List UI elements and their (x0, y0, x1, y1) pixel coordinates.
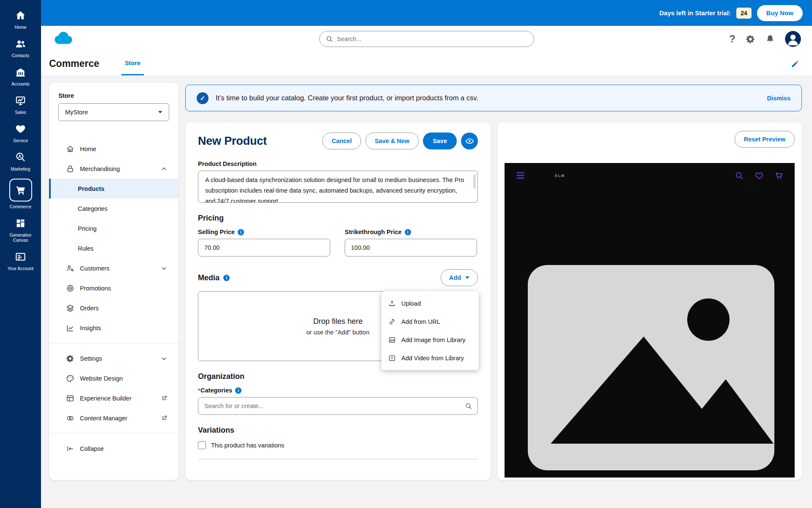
cart-icon[interactable] (774, 171, 784, 180)
store-nav: Home Merchandising Products Categories P… (49, 139, 178, 458)
menu-item-add-video-from-library[interactable]: Add Video from Library (381, 349, 479, 367)
help-icon[interactable]: ? (729, 33, 735, 45)
trial-days-badge: 24 (736, 8, 752, 19)
required-asterisk: * (198, 387, 200, 394)
collapse-icon (66, 444, 74, 453)
tab-store[interactable]: Store (121, 52, 144, 75)
form-divider (198, 459, 478, 459)
home-icon (15, 8, 26, 22)
sidebar-collapse-button[interactable]: Collapse (49, 439, 178, 458)
account-badge-icon (15, 250, 26, 263)
search-input[interactable] (337, 36, 528, 42)
info-icon[interactable]: i (223, 275, 230, 281)
sidebar-item-home[interactable]: Home (49, 139, 178, 159)
lock-icon (66, 165, 74, 173)
dismiss-button[interactable]: Dismiss (767, 95, 790, 102)
sales-icon (15, 94, 26, 107)
selling-price-input[interactable] (198, 239, 330, 257)
rail-item-generative-canvas[interactable]: Generative Canvas (0, 216, 41, 243)
marketing-icon (15, 150, 26, 164)
bell-icon[interactable] (765, 34, 775, 44)
categories-label: *Categories i (198, 387, 478, 394)
store-logo[interactable]: ELM (555, 174, 565, 178)
rail-item-accounts[interactable]: Accounts (0, 65, 41, 86)
rail-item-marketing[interactable]: Marketing (0, 150, 41, 171)
heart-icon[interactable] (754, 171, 764, 180)
edit-pencil-icon[interactable] (791, 60, 799, 68)
search-icon[interactable] (735, 171, 744, 180)
upload-icon (388, 300, 396, 307)
sidebar-item-products[interactable]: Products (49, 179, 178, 199)
gear-icon[interactable] (746, 34, 755, 44)
sidebar-item-experience-builder[interactable]: Experience Builder (49, 388, 178, 408)
global-search[interactable] (319, 31, 534, 47)
sidebar-item-rules[interactable]: Rules (49, 238, 178, 258)
add-media-button[interactable]: Add (441, 269, 478, 286)
hamburger-menu-icon[interactable] (515, 170, 526, 181)
product-image-placeholder (528, 265, 774, 470)
info-icon[interactable]: i (405, 229, 411, 235)
info-icon[interactable]: i (238, 229, 244, 235)
form-header: New Product Cancel Save & New Save (198, 133, 478, 149)
scrollbar-thumb[interactable] (473, 174, 476, 189)
menu-item-add-image-from-library[interactable]: Add Image from Library (381, 331, 479, 349)
store-select[interactable]: MyStore (58, 103, 169, 121)
rail-item-service[interactable]: Service (0, 122, 41, 143)
menu-item-upload[interactable]: Upload (381, 294, 479, 312)
video-icon (388, 354, 396, 362)
window-icon (66, 394, 74, 403)
dropzone-subtitle: or use the "Add" button (307, 329, 370, 336)
layers-icon (66, 304, 74, 312)
rail-item-sales[interactable]: Sales (0, 94, 41, 115)
form-actions: Cancel Save & New Save (322, 133, 478, 149)
sidebar-item-promotions[interactable]: Promotions (49, 278, 178, 298)
save-and-new-button[interactable]: Save & New (365, 133, 419, 149)
menu-item-add-from-url[interactable]: Add from URL (381, 312, 479, 331)
add-media-menu: Upload Add from URL Add Image from Libra… (381, 291, 479, 370)
sidebar-divider (49, 433, 178, 433)
external-link-icon (161, 415, 167, 421)
variations-checkbox[interactable] (198, 441, 206, 449)
commerce-cart-icon (9, 179, 32, 202)
sidebar-divider (49, 343, 178, 343)
content-area: Store MyStore Home Merchandising Product… (41, 75, 812, 508)
app-header: ? (41, 26, 812, 52)
sidebar-item-orders[interactable]: Orders (49, 298, 178, 318)
user-avatar[interactable] (785, 31, 801, 47)
strikethrough-price-input[interactable] (345, 239, 477, 257)
preview-eye-button[interactable] (461, 133, 478, 149)
media-row: Media i Add (198, 269, 478, 286)
dropzone-title: Drop files here (313, 317, 362, 326)
pricing-fields: Selling Price i Strikethrough Price i (198, 223, 478, 257)
salesforce-cloud-logo[interactable] (52, 31, 75, 47)
pricing-heading: Pricing (198, 214, 478, 223)
store-label: Store (49, 92, 178, 99)
sidebar-item-website-design[interactable]: Website Design (49, 368, 178, 388)
info-icon[interactable]: i (235, 387, 241, 394)
page-title: Commerce (49, 58, 99, 69)
image-placeholder-graphic (528, 265, 774, 470)
description-textarea[interactable]: A cloud-based data synchronization solut… (198, 171, 478, 203)
rings-icon (66, 414, 74, 422)
categories-search-input[interactable] (198, 397, 478, 415)
rail-item-commerce[interactable]: Commerce (0, 179, 41, 209)
store-preview-panel: Reset Preview ELM (497, 122, 802, 480)
rail-item-home[interactable]: Home (0, 8, 41, 30)
rail-item-contacts[interactable]: Contacts (0, 37, 41, 58)
service-icon (15, 122, 26, 135)
cancel-button[interactable]: Cancel (322, 133, 361, 149)
check-icon: ✓ (197, 92, 208, 104)
save-button[interactable]: Save (423, 133, 457, 149)
rail-item-your-account[interactable]: Your Account (0, 250, 41, 271)
sidebar-item-pricing[interactable]: Pricing (49, 218, 178, 238)
sidebar-item-customers[interactable]: Customers (49, 258, 178, 278)
buy-now-button[interactable]: Buy Now (757, 5, 803, 21)
header-icons: ? (729, 31, 801, 47)
sidebar-item-categories[interactable]: Categories (49, 199, 178, 218)
sidebar-item-settings[interactable]: Settings (49, 348, 178, 368)
sidebar-item-content-manager[interactable]: Content Manager (49, 408, 178, 428)
sidebar-item-merchandising[interactable]: Merchandising (49, 159, 178, 179)
reset-preview-button[interactable]: Reset Preview (735, 131, 795, 148)
palette-icon (66, 374, 74, 383)
sidebar-item-insights[interactable]: Insights (49, 318, 178, 338)
